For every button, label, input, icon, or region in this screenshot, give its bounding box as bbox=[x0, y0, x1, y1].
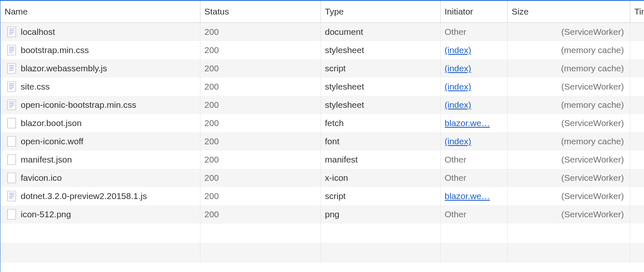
cell-status: 200 bbox=[200, 151, 321, 169]
cell-status: 200 bbox=[200, 205, 321, 223]
cell-initiator: Other bbox=[440, 23, 507, 41]
file-icon bbox=[7, 154, 16, 165]
resource-name: open-iconic.woff bbox=[21, 136, 83, 146]
file-icon bbox=[7, 209, 16, 220]
initiator-link[interactable]: (index) bbox=[445, 82, 471, 92]
table-row[interactable]: site.css200stylesheet(index)(ServiceWork… bbox=[0, 78, 644, 96]
cell-initiator[interactable]: (index) bbox=[440, 132, 507, 151]
cell-name[interactable]: blazor.boot.json bbox=[0, 114, 200, 132]
resource-name: open-iconic-bootstrap.min.css bbox=[21, 100, 136, 110]
file-icon bbox=[7, 136, 16, 147]
cell-name[interactable]: favicon.ico bbox=[0, 169, 200, 187]
header-initiator[interactable]: Initiator bbox=[440, 1, 507, 23]
cell-type: stylesheet bbox=[321, 78, 440, 96]
cell-size: (memory cache) bbox=[507, 41, 630, 59]
document-icon bbox=[7, 27, 16, 37]
initiator-link[interactable]: blazor.we… bbox=[445, 118, 490, 128]
cell-status: 200 bbox=[200, 96, 321, 114]
header-status[interactable]: Status bbox=[200, 1, 321, 23]
header-row: Name Status Type Initiator Size Time bbox=[0, 1, 644, 23]
initiator-link[interactable]: (index) bbox=[445, 45, 471, 55]
cell-time bbox=[630, 114, 644, 132]
cell-size: (ServiceWorker) bbox=[507, 23, 630, 41]
table-row[interactable]: localhost200documentOther(ServiceWorker) bbox=[0, 23, 644, 41]
table-row[interactable]: bootstrap.min.css200stylesheet(index)(me… bbox=[0, 41, 644, 59]
cell-status: 200 bbox=[200, 132, 321, 151]
cell-status: 200 bbox=[200, 187, 321, 205]
cell-initiator[interactable]: blazor.we… bbox=[440, 114, 507, 132]
cell-size: (ServiceWorker) bbox=[507, 169, 630, 187]
table-row[interactable]: open-iconic.woff200font(index)(memory ca… bbox=[0, 132, 644, 151]
cell-type: script bbox=[321, 59, 440, 78]
cell-size: (memory cache) bbox=[507, 96, 630, 114]
table-row-empty bbox=[0, 243, 644, 262]
cell-initiator[interactable]: (index) bbox=[440, 41, 507, 59]
header-size[interactable]: Size bbox=[507, 1, 630, 23]
header-name[interactable]: Name bbox=[0, 1, 200, 23]
initiator-text: Other bbox=[445, 173, 467, 182]
cell-name[interactable]: dotnet.3.2.0-preview2.20158.1.js bbox=[0, 187, 200, 205]
initiator-link[interactable]: (index) bbox=[445, 100, 471, 110]
cell-initiator[interactable]: (index) bbox=[440, 78, 507, 96]
cell-initiator: Other bbox=[440, 205, 507, 223]
resource-name: bootstrap.min.css bbox=[21, 45, 89, 55]
cell-type: script bbox=[321, 187, 440, 205]
table-row[interactable]: open-iconic-bootstrap.min.css200styleshe… bbox=[0, 96, 644, 114]
initiator-link[interactable]: (index) bbox=[445, 63, 471, 73]
header-time[interactable]: Time bbox=[630, 1, 644, 23]
file-icon bbox=[7, 118, 16, 129]
cell-time bbox=[630, 41, 644, 59]
cell-type: stylesheet bbox=[321, 96, 440, 114]
header-type[interactable]: Type bbox=[321, 1, 440, 23]
resource-name: blazor.webassembly.js bbox=[21, 63, 107, 73]
cell-type: document bbox=[321, 23, 440, 41]
cell-name[interactable]: blazor.webassembly.js bbox=[0, 59, 200, 78]
network-table: Name Status Type Initiator Size Time loc… bbox=[0, 1, 644, 262]
cell-initiator: Other bbox=[440, 169, 507, 187]
resource-name: dotnet.3.2.0-preview2.20158.1.js bbox=[21, 191, 147, 201]
initiator-link[interactable]: (index) bbox=[445, 136, 471, 146]
cell-size: (ServiceWorker) bbox=[507, 151, 630, 169]
cell-size: (memory cache) bbox=[507, 132, 630, 151]
cell-time bbox=[630, 205, 644, 223]
resource-name: blazor.boot.json bbox=[21, 118, 82, 128]
cell-type: x-icon bbox=[321, 169, 440, 187]
cell-size: (memory cache) bbox=[507, 59, 630, 78]
cell-name[interactable]: icon-512.png bbox=[0, 205, 200, 223]
table-row[interactable]: icon-512.png200pngOther(ServiceWorker) bbox=[0, 205, 644, 223]
cell-time bbox=[630, 78, 644, 96]
cell-time bbox=[630, 23, 644, 41]
cell-status: 200 bbox=[200, 169, 321, 187]
table-row[interactable]: manifest.json200manifestOther(ServiceWor… bbox=[0, 151, 644, 169]
document-icon bbox=[7, 81, 16, 92]
table-row[interactable]: blazor.webassembly.js200script(index)(me… bbox=[0, 59, 644, 78]
cell-initiator[interactable]: (index) bbox=[440, 96, 507, 114]
cell-name[interactable]: bootstrap.min.css bbox=[0, 41, 200, 59]
document-icon bbox=[7, 100, 16, 110]
cell-size: (ServiceWorker) bbox=[507, 187, 630, 205]
cell-status: 200 bbox=[200, 41, 321, 59]
cell-status: 200 bbox=[200, 114, 321, 132]
cell-type: fetch bbox=[321, 114, 440, 132]
initiator-text: Other bbox=[445, 155, 467, 164]
resource-name: icon-512.png bbox=[21, 209, 71, 219]
initiator-text: Other bbox=[445, 209, 467, 219]
cell-time bbox=[630, 59, 644, 78]
table-row[interactable]: dotnet.3.2.0-preview2.20158.1.js200scrip… bbox=[0, 187, 644, 205]
cell-initiator[interactable]: blazor.we… bbox=[440, 187, 507, 205]
cell-size: (ServiceWorker) bbox=[507, 205, 630, 223]
cell-name[interactable]: open-iconic-bootstrap.min.css bbox=[0, 96, 200, 114]
cell-initiator[interactable]: (index) bbox=[440, 59, 507, 78]
cell-name[interactable]: open-iconic.woff bbox=[0, 132, 200, 151]
network-panel: Name Status Type Initiator Size Time loc… bbox=[0, 0, 644, 272]
cell-name[interactable]: site.css bbox=[0, 78, 200, 96]
cell-status: 200 bbox=[200, 59, 321, 78]
initiator-link[interactable]: blazor.we… bbox=[445, 191, 490, 201]
cell-type: manifest bbox=[321, 151, 440, 169]
table-row[interactable]: blazor.boot.json200fetchblazor.we…(Servi… bbox=[0, 114, 644, 132]
table-row[interactable]: favicon.ico200x-iconOther(ServiceWorker) bbox=[0, 169, 644, 187]
cell-size: (ServiceWorker) bbox=[507, 78, 630, 96]
cell-name[interactable]: manifest.json bbox=[0, 151, 200, 169]
cell-name[interactable]: localhost bbox=[0, 23, 200, 41]
cell-type: stylesheet bbox=[321, 41, 440, 59]
